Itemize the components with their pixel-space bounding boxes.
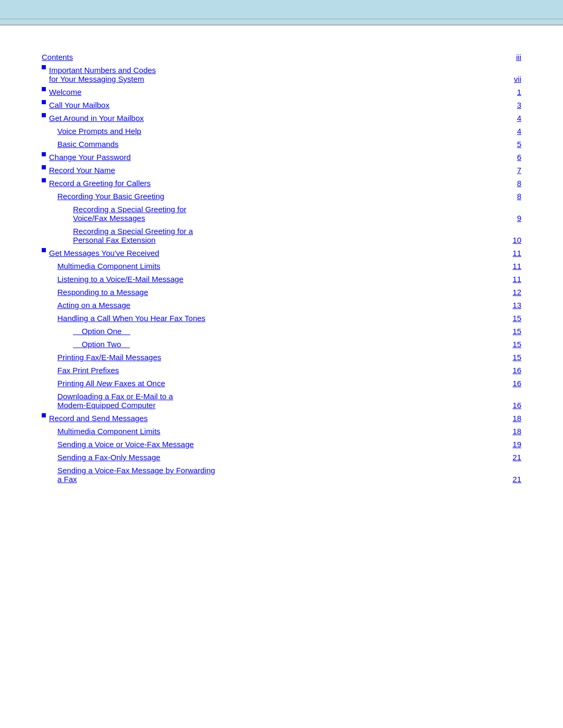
toc-link[interactable]: Important Numbers and Codesfor Your Mess… [49,66,156,83]
toc-entry-cell: Important Numbers and Codesfor Your Mess… [42,65,486,84]
toc-page-number[interactable]: 8 [486,178,521,189]
toc-entry-cell: Sending a Voice or Voice-Fax Message [42,439,486,450]
toc-page-number[interactable]: 21 [486,452,521,463]
toc-link[interactable]: Responding to a Message [57,288,148,297]
toc-page-number[interactable]: vii [486,65,521,84]
toc-entry-cell: Record and Send Messages [42,413,486,424]
toc-page-number[interactable]: 16 [486,391,521,411]
toc-page-number[interactable]: 3 [486,100,521,110]
header-title [16,5,18,14]
toc-page-number[interactable]: iii [486,52,521,63]
toc-link[interactable]: Option Two [73,340,130,349]
toc-link[interactable]: Contents [42,53,73,61]
header-bar [0,0,563,19]
toc-page-number[interactable]: 11 [486,274,521,285]
toc-entry-cell: Recording a Special Greeting forVoice/Fa… [42,204,486,224]
toc-link[interactable]: Printing All New Faxes at Once [57,379,165,388]
toc-link[interactable]: Basic Commands [57,140,119,149]
toc-entry: Multimedia Component Limits [42,262,486,270]
toc-entry: Downloading a Fax or E-Mail to aModem-Eq… [42,392,486,410]
bullet-icon [42,165,46,169]
toc-link[interactable]: Acting on a Message [57,301,130,310]
toc-row: Multimedia Component Limits11 [42,261,521,272]
toc-link[interactable]: Sending a Voice-Fax Message by Forwardin… [57,466,215,484]
toc-page-number[interactable]: 16 [486,378,521,389]
toc-link[interactable]: Call Your Mailbox [49,101,109,109]
toc-page-number[interactable]: 21 [486,465,521,485]
toc-page-number[interactable]: 12 [486,287,521,298]
toc-link[interactable]: Printing Fax/E-Mail Messages [57,353,161,362]
toc-entry-cell: Fax Print Prefixes [42,365,486,376]
toc-link[interactable]: Sending a Voice or Voice-Fax Message [57,440,194,449]
toc-link[interactable]: Downloading a Fax or E-Mail to aModem-Eq… [57,392,173,410]
toc-link[interactable]: Recording a Special Greeting forVoice/Fa… [73,205,187,223]
toc-page-number[interactable]: 5 [486,139,521,150]
bullet-icon [42,248,46,252]
toc-page-number[interactable]: 16 [486,365,521,376]
toc-link[interactable]: Welcome [49,88,81,96]
toc-entry-cell: Option Two [42,339,486,350]
toc-row: Sending a Voice or Voice-Fax Message19 [42,439,521,450]
toc-row: Printing All New Faxes at Once16 [42,378,521,389]
toc-page-number[interactable]: 9 [486,204,521,224]
toc-entry: Record and Send Messages [42,414,486,423]
toc-entry-cell: Responding to a Message [42,287,486,298]
toc-page-number[interactable]: 4 [486,126,521,137]
toc-entry: Voice Prompts and Help [42,127,486,135]
toc-link[interactable]: Multimedia Component Limits [57,427,161,436]
toc-page-number[interactable]: 4 [486,113,521,124]
toc-entry: Get Messages You've Received [42,249,486,257]
toc-link[interactable]: Fax Print Prefixes [57,366,119,375]
toc-page-number[interactable]: 15 [486,352,521,363]
toc-entry: Printing All New Faxes at Once [42,379,486,388]
toc-page-number[interactable]: 7 [486,165,521,176]
toc-page-number[interactable]: 15 [486,326,521,337]
toc-row: Listening to a Voice/E-Mail Message11 [42,274,521,285]
toc-link[interactable]: Multimedia Component Limits [57,262,161,270]
toc-page-number[interactable]: 18 [486,426,521,437]
toc-link[interactable]: Recording Your Basic Greeting [57,192,164,201]
toc-link[interactable]: Get Around in Your Mailbox [49,114,144,122]
bullet-icon [42,100,46,104]
toc-page-number[interactable]: 18 [486,413,521,424]
toc-entry: Listening to a Voice/E-Mail Message [42,275,486,283]
toc-entry: Option One [42,327,486,336]
toc-link[interactable]: Sending a Fax-Only Message [57,453,161,462]
toc-link[interactable]: Listening to a Voice/E-Mail Message [57,275,183,283]
toc-link[interactable]: Get Messages You've Received [49,249,159,257]
toc-link[interactable]: Option One [73,327,130,336]
toc-link[interactable]: Record a Greeting for Callers [49,179,151,188]
toc-row: Option One 15 [42,326,521,337]
toc-entry-cell: Get Messages You've Received [42,248,486,258]
toc-page-number[interactable]: 11 [486,261,521,272]
toc-link[interactable]: Record Your Name [49,166,115,175]
toc-row: Recording a Special Greeting for aPerson… [42,226,521,245]
toc-page-number[interactable]: 6 [486,152,521,163]
toc-link[interactable]: Record and Send Messages [49,414,148,423]
toc-entry-cell: Change Your Password [42,152,486,163]
toc-link[interactable]: Handling a Call When You Hear Fax Tones [57,314,205,323]
toc-link[interactable]: Voice Prompts and Help [57,127,141,135]
toc-page-number[interactable]: 19 [486,439,521,450]
toc-entry-cell: Multimedia Component Limits [42,261,486,272]
toc-link[interactable]: Change Your Password [49,153,131,162]
toc-page-number[interactable]: 15 [486,313,521,324]
toc-entry: Contents [42,53,486,61]
toc-row: Responding to a Message12 [42,287,521,298]
toc-row: Get Around in Your Mailbox4 [42,113,521,124]
toc-row: Downloading a Fax or E-Mail to aModem-Eq… [42,391,521,411]
header-page [0,19,563,26]
toc-page-number[interactable]: 8 [486,191,521,202]
toc-entry: Basic Commands [42,140,486,149]
toc-page-number[interactable]: 13 [486,300,521,311]
toc-entry: Important Numbers and Codesfor Your Mess… [42,66,486,83]
toc-entry: Recording a Special Greeting for aPerson… [42,227,486,244]
toc-page-number[interactable]: 10 [486,226,521,245]
toc-page-number[interactable]: 1 [486,87,521,97]
toc-link[interactable]: Recording a Special Greeting for aPerson… [73,227,193,244]
toc-page-number[interactable]: 11 [486,248,521,258]
toc-entry: Sending a Fax-Only Message [42,453,486,462]
toc-entry-cell: Recording Your Basic Greeting [42,191,486,202]
toc-page-number[interactable]: 15 [486,339,521,350]
toc-entry: Sending a Voice or Voice-Fax Message [42,440,486,449]
